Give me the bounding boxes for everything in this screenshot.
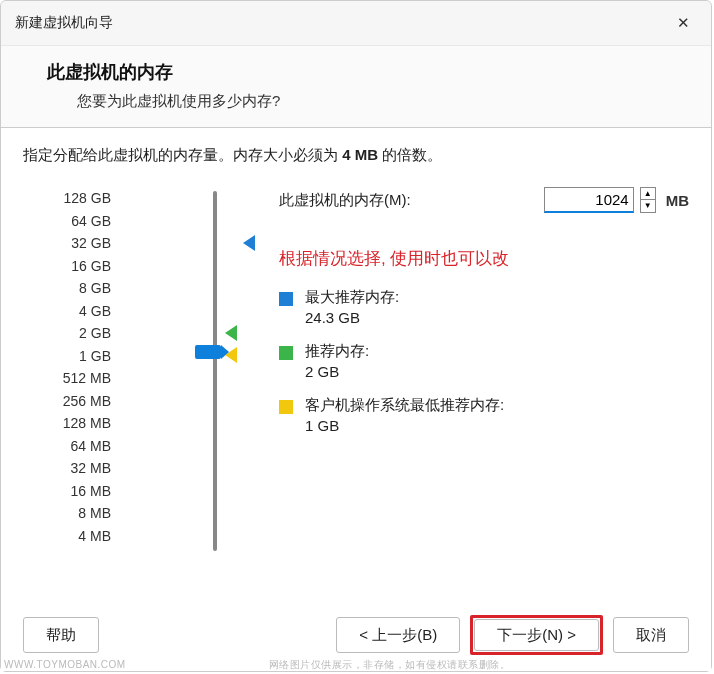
page-subtitle: 您要为此虚拟机使用多少内存?	[47, 92, 691, 111]
slider-thumb[interactable]	[195, 345, 221, 359]
scale-label: 32 MB	[71, 457, 111, 480]
wizard-body: 指定分配给此虚拟机的内存量。内存大小必须为 4 MB 的倍数。 128 GB 6…	[1, 128, 711, 603]
max-recommended-row: 最大推荐内存:	[279, 288, 689, 307]
window-title: 新建虚拟机向导	[15, 14, 113, 32]
next-button[interactable]: 下一步(N) >	[474, 619, 599, 651]
scale-label: 2 GB	[79, 322, 111, 345]
memory-row: 128 GB 64 GB 32 GB 16 GB 8 GB 4 GB 2 GB …	[23, 187, 689, 547]
scale-label: 1 GB	[79, 345, 111, 368]
memory-input-wrap: ▲ ▼ MB	[544, 187, 689, 213]
memory-label: 此虚拟机的内存(M):	[279, 191, 544, 210]
scale-label: 64 GB	[71, 210, 111, 233]
scale-label: 4 MB	[78, 525, 111, 548]
desc-prefix: 指定分配给此虚拟机的内存量。内存大小必须为	[23, 146, 342, 163]
memory-spinner[interactable]: ▲ ▼	[640, 187, 656, 213]
recommended-row: 推荐内存:	[279, 342, 689, 361]
scale-label: 512 MB	[63, 367, 111, 390]
help-button[interactable]: 帮助	[23, 617, 99, 653]
wizard-header: 此虚拟机的内存 您要为此虚拟机使用多少内存?	[1, 46, 711, 127]
desc-bold: 4 MB	[342, 146, 378, 163]
memory-input[interactable]	[544, 187, 634, 213]
recommended-value: 2 GB	[305, 363, 689, 380]
watermark: WWW.TOYMOBAN.COM 网络图片仅供展示，非存储，如有侵权请联系删除。	[4, 658, 510, 672]
min-recommended-label: 客户机操作系统最低推荐内存:	[305, 396, 504, 415]
watermark-note: 网络图片仅供展示，非存储，如有侵权请联系删除。	[269, 659, 511, 670]
watermark-site: WWW.TOYMOBAN.COM	[4, 659, 126, 670]
spinner-down-icon[interactable]: ▼	[641, 200, 655, 212]
recommended-label: 推荐内存:	[305, 342, 369, 361]
min-recommended-value: 1 GB	[305, 417, 689, 434]
memory-scale: 128 GB 64 GB 32 GB 16 GB 8 GB 4 GB 2 GB …	[23, 187, 117, 547]
scale-label: 64 MB	[71, 435, 111, 458]
memory-unit: MB	[666, 192, 689, 209]
scale-label: 8 GB	[79, 277, 111, 300]
scale-label: 16 MB	[71, 480, 111, 503]
slider-track	[213, 191, 217, 551]
scale-label: 256 MB	[63, 390, 111, 413]
scale-label: 4 GB	[79, 300, 111, 323]
blue-square-icon	[279, 292, 293, 306]
close-button[interactable]: ✕	[669, 9, 697, 37]
max-recommended-label: 最大推荐内存:	[305, 288, 399, 307]
max-recommended-value: 24.3 GB	[305, 309, 689, 326]
scale-label: 128 MB	[63, 412, 111, 435]
recommended-marker-icon	[225, 325, 237, 341]
yellow-square-icon	[279, 400, 293, 414]
wizard-window: 新建虚拟机向导 ✕ 此虚拟机的内存 您要为此虚拟机使用多少内存? 指定分配给此虚…	[0, 0, 712, 672]
desc-suffix: 的倍数。	[378, 146, 442, 163]
memory-info: 此虚拟机的内存(M): ▲ ▼ MB 根据情况选择, 使用时也可以改 最大推荐内…	[189, 187, 689, 450]
page-title: 此虚拟机的内存	[47, 60, 691, 84]
next-button-highlight: 下一步(N) >	[470, 615, 603, 655]
back-button[interactable]: < 上一步(B)	[336, 617, 460, 653]
scale-label: 16 GB	[71, 255, 111, 278]
annotation-text: 根据情况选择, 使用时也可以改	[279, 247, 689, 270]
scale-label: 32 GB	[71, 232, 111, 255]
green-square-icon	[279, 346, 293, 360]
scale-label: 128 GB	[64, 187, 111, 210]
description: 指定分配给此虚拟机的内存量。内存大小必须为 4 MB 的倍数。	[23, 146, 689, 165]
memory-input-row: 此虚拟机的内存(M): ▲ ▼ MB	[279, 187, 689, 213]
close-icon: ✕	[677, 14, 690, 32]
titlebar: 新建虚拟机向导 ✕	[1, 1, 711, 46]
max-recommended-marker-icon	[243, 235, 255, 251]
spinner-up-icon[interactable]: ▲	[641, 188, 655, 200]
min-recommended-row: 客户机操作系统最低推荐内存:	[279, 396, 689, 415]
cancel-button[interactable]: 取消	[613, 617, 689, 653]
scale-label: 8 MB	[78, 502, 111, 525]
